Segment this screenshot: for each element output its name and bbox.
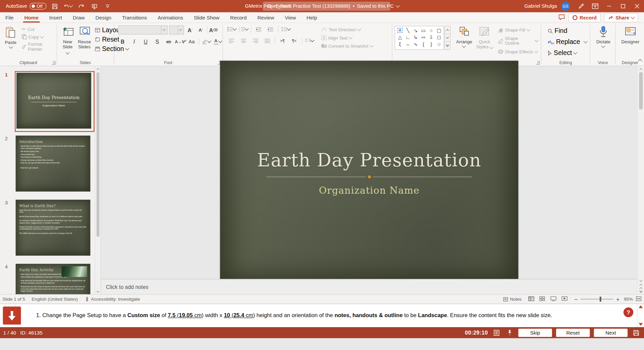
editor-scroll-up-icon[interactable] [637,66,644,71]
shape-option-8[interactable]: ↳ [412,34,419,41]
shape-option-15[interactable]: { [420,41,427,48]
shape-option-10[interactable]: ⇩ [427,34,435,41]
shape-outline-button[interactable]: Shape Outline [496,35,539,46]
character-spacing-button[interactable]: A↔V [176,37,185,45]
arrange-button[interactable]: Arrange [454,24,474,48]
font-size-combobox[interactable] [169,26,184,35]
slideshow-view-button[interactable] [561,296,568,302]
shape-option-7[interactable]: ∟ [404,34,412,41]
underline-button[interactable]: U [141,37,150,45]
dictate-button[interactable]: Dictate [594,24,612,48]
accessibility-status[interactable]: Accessibility: Investigate [85,297,140,302]
shape-option-0[interactable]: A [396,27,404,34]
ribbon-tab-transitions[interactable]: Transitions [117,12,152,23]
shape-option-12[interactable]: ξ [396,41,404,48]
shapes-scroll-down-icon[interactable] [445,34,450,42]
increase-font-size-button[interactable]: Aˆ [185,26,195,34]
italic-button[interactable]: I [129,37,139,45]
replace-button[interactable]: ⇄bcReplace [546,37,588,46]
shape-option-1[interactable]: ╲ [404,27,412,34]
align-text-button[interactable]: Align Text [320,35,374,41]
ltr-text-direction-button[interactable]: >¶ [278,37,287,45]
columns-button[interactable] [305,37,314,45]
slide-thumbnail-2[interactable]: 2Introduction•Earth Day is a day that we… [15,135,93,194]
autosave-toggle[interactable]: AutoSave Off [6,3,46,10]
help-button[interactable]: ? [624,307,633,317]
instruction-scroll-down-icon[interactable] [639,323,643,326]
new-slide-button[interactable]: NewSlide [59,24,76,56]
line-spacing-button[interactable] [281,25,290,33]
next-button[interactable]: Next [594,329,628,337]
record-button[interactable]: Record [569,13,601,22]
format-painter-button[interactable]: Format Painter [20,41,55,52]
previous-slide-button[interactable] [637,284,644,289]
shape-option-6[interactable]: △ [396,34,404,41]
undo-icon[interactable] [63,2,72,10]
instruction-scroll-up-icon[interactable] [639,305,643,308]
slide-canvas[interactable]: Earth Day Presentation Organization Name [101,66,637,279]
align-left-button[interactable] [227,37,236,45]
highlight-color-button[interactable] [202,37,211,45]
strikethrough-button[interactable]: ab [164,37,173,45]
slide-thumbnail-4[interactable]: 4Earth Day Activity•How many of us have … [15,263,93,294]
zoom-in-button[interactable]: + [616,296,619,302]
collapse-ribbon-icon[interactable] [639,57,642,64]
convert-to-smartart-button[interactable]: Convert to SmartArt [320,43,374,50]
copy-button[interactable]: Copy [20,33,55,40]
align-center-button[interactable] [239,37,248,45]
current-slide[interactable]: Earth Day Presentation Organization Name [220,61,518,285]
drawing-dialog-launcher[interactable] [536,61,540,64]
notes-pane[interactable]: Click to add notes [101,279,637,294]
shape-option-14[interactable]: ∿ [412,41,419,48]
numbering-button[interactable]: 123 [239,25,248,33]
slide-indicator[interactable]: Slide 1 of 5 [2,297,25,302]
question-list-icon[interactable] [492,329,501,336]
redo-icon[interactable] [76,2,86,10]
feedback-pen-icon[interactable] [574,0,588,12]
cut-button[interactable]: ✂Cut [20,26,55,33]
increase-indent-button[interactable] [266,25,275,33]
shape-option-11[interactable]: ◻ [435,34,443,41]
ribbon-tab-draw[interactable]: Draw [67,12,90,23]
shape-option-5[interactable]: ▢ [435,27,443,34]
next-slide-button[interactable] [637,289,644,294]
ribbon-tab-design[interactable]: Design [90,12,117,23]
designer-button[interactable]: Designer [619,24,641,45]
ribbon-tab-review[interactable]: Review [252,12,279,23]
shape-option-3[interactable]: ▭ [420,27,427,34]
change-case-button[interactable]: Aa [187,37,196,45]
customize-qat-icon[interactable] [103,2,112,10]
text-direction-button[interactable]: ↓A↑Text Direction [320,26,374,33]
maximize-button[interactable] [616,0,630,12]
thumb-scroll-down-icon[interactable] [95,289,101,294]
shape-option-9[interactable]: ⇨ [420,34,427,41]
thumb-scrollbar-thumb[interactable] [97,72,100,237]
ribbon-tab-insert[interactable]: Insert [44,12,67,23]
shape-option-17[interactable]: ☆ [435,41,443,48]
clear-formatting-button[interactable]: A⌫ [209,26,218,34]
slide-title-placeholder[interactable]: Earth Day Presentation [257,150,481,170]
ribbon-tab-slide-show[interactable]: Slide Show [189,12,225,23]
zoom-out-button[interactable]: − [574,296,578,303]
clipboard-dialog-launcher[interactable] [52,61,55,64]
search-input[interactable]: Search [263,2,390,11]
find-button[interactable]: Find [546,26,588,35]
text-shadow-button[interactable]: S [153,37,162,45]
bold-button[interactable]: B [118,37,127,45]
ribbon-tab-view[interactable]: View [279,12,301,23]
zoom-slider[interactable] [581,299,613,299]
normal-view-button[interactable] [528,296,534,302]
select-button[interactable]: Select [546,48,588,57]
shape-fill-button[interactable]: Shape Fill [496,26,539,33]
thumbnail-panel-scrollbar[interactable] [95,66,101,294]
shapes-scroll-up-icon[interactable] [445,26,450,34]
close-button[interactable] [630,0,644,12]
thumb-scroll-up-icon[interactable] [95,66,101,71]
decrease-indent-button[interactable] [254,25,263,33]
ribbon-tab-home[interactable]: Home [19,12,44,23]
saved-status-chevron-icon[interactable] [395,3,399,7]
quick-styles-button[interactable]: QuickStyles [474,24,495,51]
pin-icon[interactable] [505,330,514,336]
skip-button[interactable]: Skip [518,329,552,337]
zoom-slider-thumb[interactable] [600,297,601,302]
